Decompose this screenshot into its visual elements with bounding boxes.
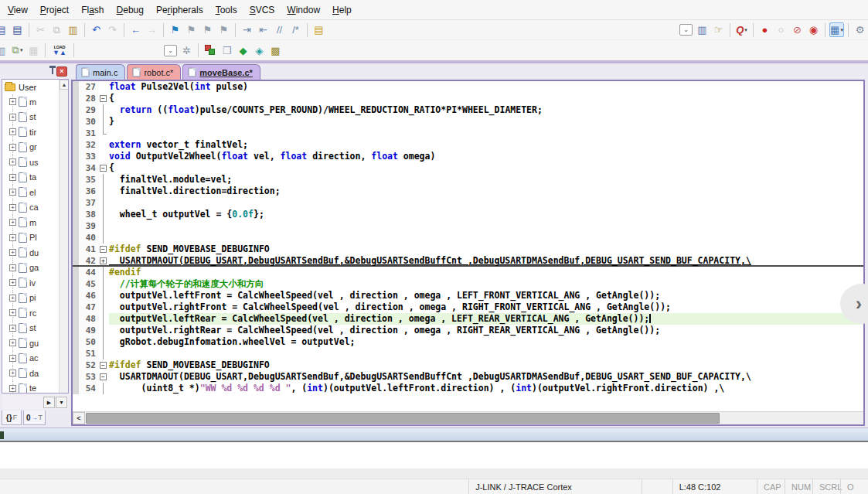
fold-column[interactable]: − [99,162,109,174]
templates-tab[interactable]: 0→T [23,411,46,425]
code-line-47[interactable]: 47 outputVel.rightFront = CalcWheelSpeed… [73,302,863,313]
find-text-dropdown[interactable]: ⌄ [679,24,693,36]
options-for-target-wand-icon[interactable]: ✲ [179,43,194,58]
bookmark-clear-icon[interactable]: ⚑ [216,22,231,37]
navigate-forward-icon[interactable]: → [145,22,159,37]
build-icon[interactable]: ⧉▾ [10,43,25,58]
unindent-icon[interactable]: ⇤ [256,22,271,37]
fold-open-icon[interactable]: − [100,246,107,253]
code-line-49[interactable]: 49 outputVel.rightRear = CalcWheelSpeed(… [73,325,863,336]
debug-windows-icon[interactable]: ▦▾ [829,22,844,37]
code-line-36[interactable]: 36 finaltVel.direction=direction; [73,186,863,197]
navigate-back-icon[interactable]: ← [128,22,143,37]
scroll-up-icon[interactable]: ▲ [60,80,69,90]
code-line-41[interactable]: 41−#ifdef SEND_MOVEBASE_DEBUGINFO [73,244,863,255]
code-line-28[interactable]: 28−{ [73,93,863,104]
code-line-45[interactable]: 45 //计算每个轮子的和速度大小和方向 [73,278,863,290]
rebuild-icon[interactable]: ▦ [26,43,41,58]
undo-icon[interactable]: ↶ [89,22,104,37]
fold-column[interactable]: − [99,371,109,383]
bookmark-toggle-icon[interactable]: ⚑ [168,22,182,37]
fold-column[interactable]: + [99,255,109,265]
comment-icon[interactable]: // [272,22,287,37]
code-line-39[interactable]: 39 [73,220,863,232]
translate-icon[interactable]: ▥ [0,43,9,58]
analysis-windows-icon[interactable]: Q▾ [734,22,749,37]
scroll-left-icon[interactable]: < [73,412,85,424]
find-in-files-icon[interactable]: ▥ [695,22,710,37]
code-line-42[interactable]: 42+ USARTDMAOUT(DEBUG_USART,DebugUSARTSe… [73,255,863,267]
scrollbar-thumb[interactable] [86,413,720,424]
menu-item-window[interactable]: Window [281,2,326,19]
code-line-32[interactable]: 32extern vector_t finaltVel; [73,139,863,151]
manage-runtime-environment-icon[interactable]: ◈ [252,43,267,58]
multi-project-icon[interactable]: ◆ [236,43,250,58]
fold-open-icon[interactable]: − [100,362,107,369]
menu-item-debug[interactable]: Debug [111,2,150,19]
code-line-52[interactable]: 52−#ifdef SEND_MOVEBASE_DEBUGINFO [73,359,863,371]
auto-hide-pin-icon[interactable] [52,68,53,74]
breakpoint-disable-icon[interactable]: ⊘ [790,22,805,37]
menu-item-view[interactable]: View [2,2,34,19]
pack-installer-icon[interactable]: ▩ [268,43,283,58]
code-line-48[interactable]: 48 outputVel.leftRear = CalcWheelSpeed(v… [73,313,863,325]
menu-item-project[interactable]: Project [34,2,75,19]
fold-column[interactable]: − [99,244,109,255]
save-all-icon[interactable]: ▤ [10,22,25,37]
code-line-35[interactable]: 35 finaltVel.module=vel; [73,174,863,186]
tree-vertical-scrollbar[interactable]: ▲ [59,80,68,393]
fold-open-icon[interactable]: − [100,165,107,172]
menu-item-svcs[interactable]: SVCS [243,2,281,19]
file-tab-robotc[interactable]: robot.c* [127,64,181,80]
indent-icon[interactable]: ⇥ [240,22,254,37]
redo-icon[interactable]: ↷ [105,22,120,37]
functions-tab[interactable]: {}F [2,411,22,425]
breakpoint-toggle-icon[interactable]: ● [757,22,772,37]
code-line-30[interactable]: 30} [73,116,863,128]
fold-column[interactable]: − [99,359,109,371]
save-icon[interactable]: ▤ [0,22,9,37]
code-line-46[interactable]: 46 outputVel.leftFront = CalcWheelSpeed(… [73,290,863,302]
code-line-44[interactable]: 44#endif [73,267,863,278]
menu-item-help[interactable]: Help [326,2,358,19]
code-line-50[interactable]: 50 gRobot.debugInfomation.wheelVel = out… [73,336,863,348]
properties-icon[interactable]: ▤ [311,22,326,37]
code-line-29[interactable]: 29 return ((float)pulse/COUNTS_PER_ROUND… [73,104,863,116]
code-line-31[interactable]: 31 [73,128,863,139]
bookmark-next-icon[interactable]: ⚑ [200,22,215,37]
menu-item-tools[interactable]: Tools [209,2,243,19]
code-line-38[interactable]: 38 wheel_t outputVel = {0.0f}; [73,209,863,220]
copy-icon[interactable]: ⧉ [49,22,64,37]
download-load-icon[interactable]: LOAD▼▲ [50,43,69,58]
manage-project-items-icon[interactable] [203,43,217,57]
code-line-27[interactable]: 27float Pulse2Vel(int pulse) [73,81,863,93]
file-tab-mainc[interactable]: main.c [76,64,125,80]
close-icon[interactable]: × [56,66,67,77]
editor-horizontal-scrollbar[interactable]: < [73,411,863,424]
uncomment-icon[interactable]: /* [288,22,303,37]
cut-icon[interactable]: ✂ [33,22,48,37]
scroll-right-icon[interactable]: ▶ [43,397,55,408]
run-to-line-hand-icon[interactable]: ☞ [711,22,726,37]
code-editor[interactable]: 27float Pulse2Vel(int pulse)28−{29 retur… [71,80,865,426]
file-extensions-icon[interactable]: ❒ [220,43,234,58]
configure-wrench-icon[interactable]: ⚙ [853,22,867,37]
fold-open-icon[interactable]: − [100,95,107,102]
code-line-33[interactable]: 33void OutputVel2Wheel(float vel, float … [73,151,863,162]
code-line-37[interactable]: 37 [73,197,863,209]
fold-open-icon[interactable]: − [100,373,107,380]
file-tab-moveBasec[interactable]: moveBase.c* [182,64,260,80]
fold-column[interactable]: − [99,93,109,104]
paste-icon[interactable]: ▥ [66,22,80,37]
fold-closed-icon[interactable]: + [100,257,107,264]
code-line-34[interactable]: 34−{ [73,162,863,174]
code-line-54[interactable]: 54 (uint8_t *)"WW %d %d %d %d ", (int)(o… [73,383,863,394]
code-line-40[interactable]: 40 [73,232,863,244]
scroll-down-icon[interactable]: ▼ [56,397,67,408]
bookmark-prev-icon[interactable]: ⚑ [184,22,199,37]
code-line-53[interactable]: 53− USARTDMAOUT(DEBUG_USART,DebugUSARTSe… [73,371,863,383]
target-select-dropdown[interactable]: ⌄ [164,45,177,56]
kill-all-breakpoints-icon[interactable]: ◉ [806,22,821,37]
menu-item-flash[interactable]: Flash [75,2,110,19]
menu-item-peripherals[interactable]: Peripherals [150,2,209,19]
